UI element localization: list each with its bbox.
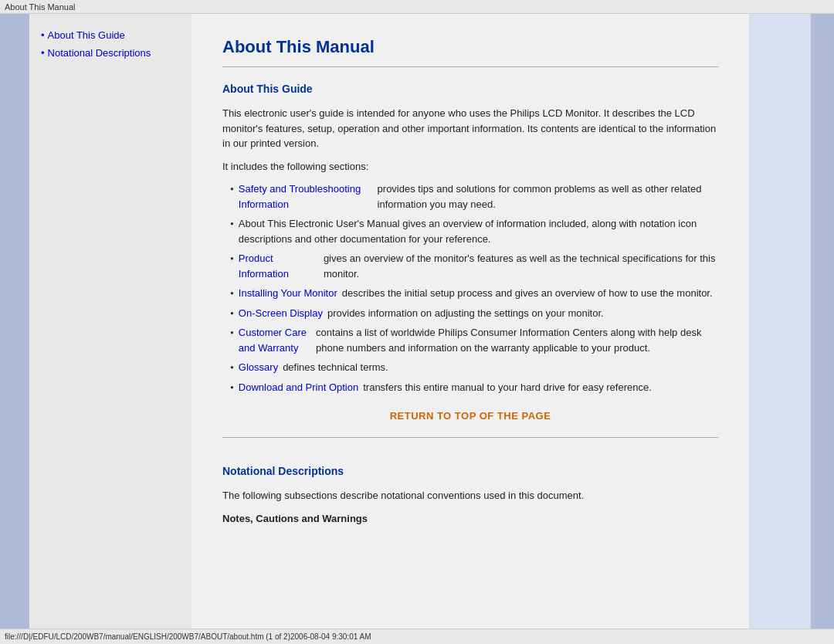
bullet-item: Product Information gives an overview of…	[230, 251, 718, 281]
content-area: About This Manual About This Guide This …	[192, 14, 749, 629]
bullet-text: defines technical terms.	[283, 360, 388, 375]
sidebar-nav-item: About This Guide	[41, 29, 180, 41]
bullet-item: On-Screen Display provides information o…	[230, 306, 718, 321]
intro-paragraph-1: This electronic user's guide is intended…	[222, 106, 718, 151]
title-bar-text: About This Manual	[5, 2, 76, 12]
title-bar: About This Manual	[0, 0, 834, 14]
bullet-item: Download and Print Option transfers this…	[230, 380, 718, 395]
section-title-about-guide: About This Guide	[222, 83, 718, 95]
sidebar: About This GuideNotational Descriptions	[29, 14, 192, 629]
bullet-link[interactable]: Safety and Troubleshooting Information	[239, 181, 373, 212]
bullet-link[interactable]: Product Information	[239, 251, 319, 281]
bullet-item: Installing Your Monitor describes the in…	[230, 286, 718, 301]
bullet-link[interactable]: Download and Print Option	[239, 380, 358, 395]
notes-subheading: Notes, Cautions and Warnings	[222, 511, 718, 527]
section-title-notational: Notational Descriptions	[222, 465, 718, 477]
page-title: About This Manual	[222, 37, 718, 57]
divider-mid	[222, 437, 718, 438]
intro-paragraph-2: It includes the following sections:	[222, 159, 718, 175]
right-stripe-1	[749, 14, 811, 629]
section-notational: Notational Descriptions The following su…	[222, 465, 718, 526]
status-bar-text: file:///D|/EDFU/LCD/200WB7/manual/ENGLIS…	[5, 632, 371, 641]
return-to-top[interactable]: RETURN TO TOP OF THE PAGE	[222, 410, 718, 422]
bullet-text: provides information on adjusting the se…	[327, 306, 604, 321]
sidebar-nav-item: Notational Descriptions	[41, 47, 180, 59]
sidebar-nav-link[interactable]: About This Guide	[48, 29, 125, 41]
return-to-top-link[interactable]: RETURN TO TOP OF THE PAGE	[390, 410, 551, 422]
bullet-list: Safety and Troubleshooting Information p…	[230, 181, 718, 395]
status-bar: file:///D|/EDFU/LCD/200WB7/manual/ENGLIS…	[0, 629, 834, 644]
bullet-link[interactable]: Glossary	[239, 360, 278, 375]
notational-paragraph: The following subsections describe notat…	[222, 488, 718, 503]
bullet-item: About This Electronic User's Manual give…	[230, 216, 718, 246]
bullet-item: Customer Care and Warranty contains a li…	[230, 325, 718, 355]
bullet-item: Glossary defines technical terms.	[230, 360, 718, 375]
sidebar-nav-link[interactable]: Notational Descriptions	[48, 47, 151, 59]
left-stripe	[0, 14, 29, 629]
bullet-text: transfers this entire manual to your har…	[363, 380, 652, 395]
bullet-link[interactable]: Customer Care and Warranty	[239, 325, 311, 355]
divider-top	[222, 66, 718, 67]
bullet-text: gives an overview of the monitor's featu…	[324, 251, 718, 281]
bullet-item: Safety and Troubleshooting Information p…	[230, 181, 718, 212]
sidebar-nav: About This GuideNotational Descriptions	[41, 29, 180, 59]
bullet-text: provides tips and solutions for common p…	[378, 181, 718, 212]
bullet-text: About This Electronic User's Manual give…	[239, 216, 718, 246]
right-stripe-2	[811, 14, 834, 629]
bullet-link[interactable]: Installing Your Monitor	[239, 286, 337, 301]
bullet-text: describes the initial setup process and …	[342, 286, 713, 301]
section-about-guide: About This Guide This electronic user's …	[222, 83, 718, 395]
bullet-link[interactable]: On-Screen Display	[239, 306, 323, 321]
bullet-text: contains a list of worldwide Philips Con…	[316, 325, 718, 355]
right-stripes	[749, 14, 834, 629]
